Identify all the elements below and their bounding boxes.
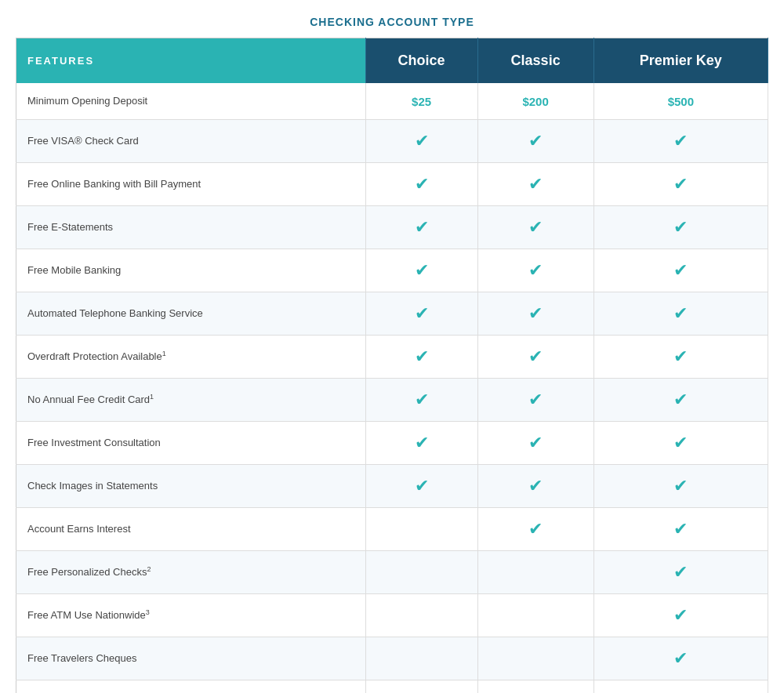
cell-choice: ✔ — [365, 206, 477, 249]
check-icon: ✔ — [415, 346, 429, 367]
table-row: Free VISA® Check Card✔✔✔ — [16, 120, 768, 163]
cell-choice: ✔ — [365, 292, 477, 336]
cell-choice: ✔ — [365, 249, 477, 292]
cell-choice: ✔ — [365, 422, 477, 465]
check-icon: ✔ — [673, 476, 688, 496]
cell-premier: ✔ — [593, 508, 768, 551]
feature-label: Free VISA® Check Card — [16, 120, 366, 163]
feature-label: Free Online Banking with Bill Payment — [16, 163, 366, 206]
cell-classic — [477, 594, 593, 637]
cell-premier: ✔ — [593, 206, 768, 249]
cell-choice: ✔ — [365, 379, 477, 422]
table-row: No Annual Fee Credit Card1✔✔✔ — [16, 379, 768, 422]
check-icon: ✔ — [415, 131, 429, 151]
feature-label: Overdraft Protection Available1 — [16, 336, 366, 379]
cell-premier: ✔ — [593, 594, 768, 637]
table-row: Free Investment Consultation✔✔✔ — [16, 422, 768, 465]
check-icon: ✔ — [415, 476, 429, 496]
cell-classic: ✔ — [477, 249, 593, 292]
cell-choice — [365, 508, 477, 551]
feature-label: Free Investment Consultation — [16, 422, 366, 465]
features-header: FEATURES — [16, 38, 366, 84]
cell-premier: $500 — [593, 83, 768, 120]
cell-choice: ✔ — [365, 465, 477, 508]
cell-choice — [365, 594, 477, 637]
feature-label: Free E-Statements — [16, 206, 366, 249]
cell-choice: ✔ — [365, 163, 477, 206]
cell-premier: ✔ — [593, 422, 768, 465]
feature-label: Check Images in Statements — [16, 465, 366, 508]
feature-label: Free Personalized Checks2 — [16, 551, 366, 594]
table-row: Free Mobile Banking✔✔✔ — [16, 249, 768, 292]
comparison-table: FEATURES Choice Classic Premier Key Mini… — [16, 38, 768, 693]
cell-premier: ✔ — [593, 163, 768, 206]
check-icon: ✔ — [673, 390, 688, 410]
feature-label: Free Notary Services — [16, 680, 366, 693]
cell-premier: ✔ — [593, 637, 768, 680]
cell-classic: ✔ — [477, 465, 593, 508]
cell-classic — [477, 551, 593, 594]
feature-label: Free Mobile Banking — [16, 249, 366, 292]
table-row: Free E-Statements✔✔✔ — [16, 206, 768, 249]
check-icon: ✔ — [673, 174, 688, 194]
cell-premier: ✔ — [593, 249, 768, 292]
cell-classic: ✔ — [477, 336, 593, 379]
table-row: Free Notary Services✔ — [16, 680, 768, 693]
cell-classic: ✔ — [477, 508, 593, 551]
table-row: Free Online Banking with Bill Payment✔✔✔ — [16, 163, 768, 206]
cell-classic: ✔ — [477, 379, 593, 422]
cell-choice — [365, 551, 477, 594]
account-type-title: CHECKING ACCOUNT TYPE — [16, 16, 768, 28]
check-icon: ✔ — [673, 346, 688, 367]
feature-label: Free ATM Use Nationwide3 — [16, 594, 366, 637]
check-icon: ✔ — [415, 260, 429, 281]
cell-classic: ✔ — [477, 422, 593, 465]
table-row: Account Earns Interest✔✔ — [16, 508, 768, 551]
check-icon: ✔ — [673, 131, 688, 151]
cell-classic: ✔ — [477, 206, 593, 249]
check-icon: ✔ — [528, 346, 543, 367]
deposit-value: $500 — [668, 95, 694, 108]
cell-premier: ✔ — [593, 551, 768, 594]
check-icon: ✔ — [673, 519, 688, 539]
column-classic: Classic — [477, 38, 593, 84]
feature-label: Free Travelers Cheques — [16, 637, 366, 680]
table-row: Automated Telephone Banking Service✔✔✔ — [16, 292, 768, 336]
check-icon: ✔ — [528, 303, 543, 324]
check-icon: ✔ — [415, 217, 429, 238]
cell-classic: ✔ — [477, 292, 593, 336]
feature-label: No Annual Fee Credit Card1 — [16, 379, 366, 422]
check-icon: ✔ — [528, 174, 543, 194]
cell-classic: $200 — [477, 83, 593, 120]
check-icon: ✔ — [415, 390, 429, 410]
table-row: Minimum Opening Deposit$25$200$500 — [16, 83, 768, 120]
check-icon: ✔ — [528, 476, 543, 496]
deposit-value: $25 — [412, 95, 431, 108]
cell-classic — [477, 637, 593, 680]
check-icon: ✔ — [415, 433, 429, 453]
cell-choice — [365, 680, 477, 693]
check-icon: ✔ — [415, 303, 429, 324]
table-row: Free Personalized Checks2✔ — [16, 551, 768, 594]
cell-premier: ✔ — [593, 465, 768, 508]
check-icon: ✔ — [673, 303, 688, 324]
table-row: Free Travelers Cheques✔ — [16, 637, 768, 680]
check-icon: ✔ — [415, 174, 429, 194]
cell-premier: ✔ — [593, 120, 768, 163]
check-icon: ✔ — [528, 260, 543, 281]
check-icon: ✔ — [673, 260, 688, 281]
check-icon: ✔ — [528, 519, 543, 539]
cell-choice: ✔ — [365, 120, 477, 163]
check-icon: ✔ — [528, 390, 543, 410]
check-icon: ✔ — [673, 648, 688, 669]
check-icon: ✔ — [673, 433, 688, 453]
cell-choice: $25 — [365, 83, 477, 120]
cell-classic: ✔ — [477, 163, 593, 206]
table-row: Check Images in Statements✔✔✔ — [16, 465, 768, 508]
column-choice: Choice — [365, 38, 477, 84]
feature-label: Automated Telephone Banking Service — [16, 292, 366, 336]
table-row: Overdraft Protection Available1✔✔✔ — [16, 336, 768, 379]
cell-premier: ✔ — [593, 379, 768, 422]
cell-choice — [365, 637, 477, 680]
column-premier: Premier Key — [593, 38, 768, 84]
